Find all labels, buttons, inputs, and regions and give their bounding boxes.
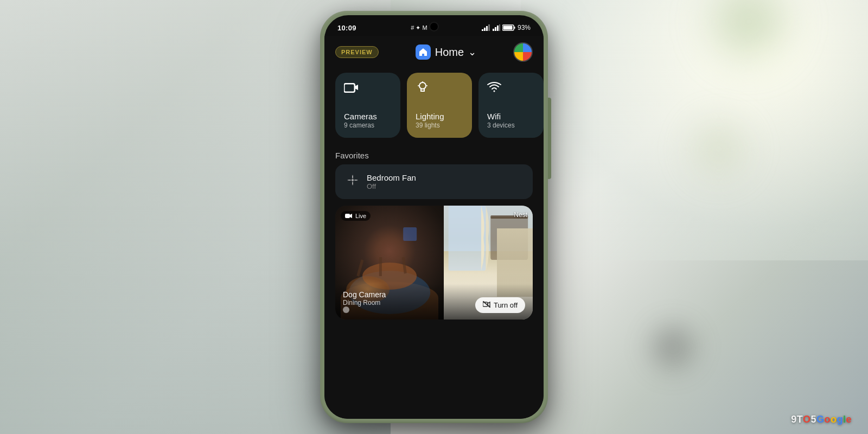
svg-marker-3 [488, 24, 490, 31]
phone-screen: 10:09 # ✦ M [324, 15, 544, 419]
top-bar: PREVIEW Home ⌄ [324, 36, 544, 68]
chevron-down-icon[interactable]: ⌄ [468, 46, 476, 58]
turn-off-button[interactable]: Turn off [475, 297, 525, 313]
wifi-icon [487, 81, 535, 97]
cameras-card[interactable]: Cameras 9 cameras [335, 73, 400, 138]
svg-rect-9 [514, 27, 515, 29]
wifi-device-icon [487, 81, 501, 93]
lighting-subtitle: 39 lights [416, 122, 463, 129]
wifi-card-info: Wifi 3 devices [487, 112, 535, 129]
status-time: 10:09 [337, 24, 356, 32]
avatar[interactable] [513, 42, 533, 62]
svg-marker-32 [350, 214, 352, 218]
cameras-subtitle: 9 cameras [344, 122, 392, 129]
preview-badge: PREVIEW [335, 46, 379, 58]
phone: 10:09 # ✦ M [320, 11, 548, 423]
svg-rect-7 [499, 24, 500, 31]
favorites-section-label: Favorites [324, 142, 544, 164]
svg-rect-28 [449, 206, 486, 271]
fan-device-icon [346, 174, 359, 187]
svg-rect-31 [345, 214, 350, 218]
bedroom-fan-name: Bedroom Fan [367, 173, 416, 182]
svg-rect-11 [344, 84, 355, 92]
phone-body: 10:09 # ✦ M [320, 11, 548, 423]
camera-toggle [343, 307, 386, 313]
svg-rect-5 [495, 27, 496, 31]
front-camera [430, 23, 438, 30]
status-notification-icons: # ✦ M [411, 24, 427, 31]
fan-icon [346, 174, 359, 190]
watermark: 9TO5Google [791, 414, 852, 425]
turn-off-label: Turn off [494, 301, 518, 309]
cameras-card-info: Cameras 9 cameras [344, 112, 392, 129]
bg-blur-3 [640, 315, 705, 380]
bedroom-fan-status: Off [367, 182, 416, 190]
camera-room-name: Dining Room [343, 299, 386, 307]
svg-line-24 [358, 260, 362, 276]
camera-bottom-bar: Dog Camera Dining Room [335, 284, 533, 320]
home-app-icon [416, 44, 431, 60]
video-camera-icon [345, 213, 353, 219]
turn-off-icon [483, 301, 490, 309]
status-icons-text: # ✦ M [411, 24, 427, 31]
svg-rect-4 [493, 29, 494, 31]
svg-point-14 [419, 82, 426, 89]
nest-badge: Nest [514, 211, 527, 219]
battery-percentage: 93% [518, 24, 531, 31]
svg-rect-29 [490, 216, 528, 260]
signal-icon [482, 24, 490, 31]
live-label: Live [355, 213, 366, 219]
svg-point-21 [352, 179, 354, 181]
camera-feed-card[interactable]: Live Nest Dog Camera Dining Room [335, 206, 533, 320]
bedroom-fan-info: Bedroom Fan Off [367, 173, 416, 190]
camera-label-area: Dog Camera Dining Room [343, 290, 386, 313]
lighting-card-info: Lighting 39 lights [416, 112, 463, 129]
status-right: 93% [482, 24, 531, 31]
camera-live-badge: Live [341, 211, 371, 221]
svg-rect-10 [503, 26, 512, 30]
bedroom-fan-item[interactable]: Bedroom Fan Off [335, 164, 533, 199]
cameras-title: Cameras [344, 112, 392, 122]
lighting-title: Lighting [416, 112, 463, 122]
svg-rect-12 [344, 84, 354, 92]
wifi-title: Wifi [487, 112, 535, 122]
bg-blur-2 [678, 108, 760, 190]
home-label: Home [435, 46, 464, 59]
camera-off-icon [483, 301, 490, 308]
lighting-icon [416, 81, 463, 99]
wifi-card[interactable]: Wifi 3 devices [478, 73, 544, 138]
svg-marker-35 [488, 302, 490, 307]
battery-icon [502, 24, 515, 31]
camera-device-name: Dog Camera [343, 290, 386, 299]
cell-signal-icon [493, 24, 500, 31]
svg-rect-6 [497, 25, 499, 31]
svg-marker-2 [486, 26, 488, 31]
svg-marker-1 [484, 28, 486, 31]
toggle-indicator[interactable] [343, 307, 349, 313]
camera-icon [344, 81, 392, 97]
svg-marker-0 [482, 29, 483, 31]
device-cards-row: Cameras 9 cameras [324, 68, 544, 142]
app-content: PREVIEW Home ⌄ [324, 36, 544, 419]
home-title-area[interactable]: Home ⌄ [416, 44, 476, 60]
house-icon [418, 47, 428, 57]
lighting-card[interactable]: Lighting 39 lights [407, 73, 472, 138]
cameras-device-icon [344, 81, 358, 93]
lighting-device-icon [416, 81, 430, 95]
wifi-subtitle: 3 devices [487, 122, 535, 129]
svg-rect-27 [403, 227, 417, 241]
